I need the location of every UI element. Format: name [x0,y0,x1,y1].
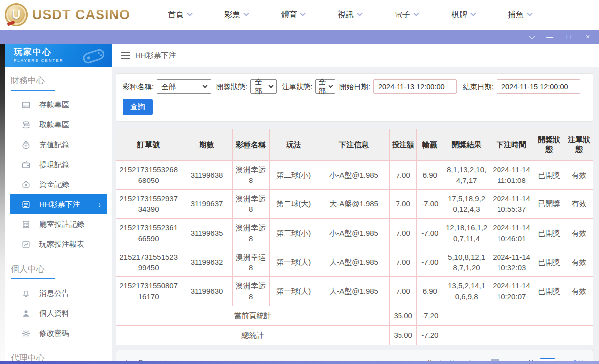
lottery-name-label: 彩種名稱: [123,82,154,91]
table-cell: 31199630 [181,277,232,306]
column-header: 注單狀態 [565,129,593,161]
table-row: 215217315508071617031199630澳洲幸运8第一球(大)大-… [116,277,593,306]
table-cell: 第一球(大) [269,277,318,306]
table-cell: 2024-11-14 10:46:01 [490,219,533,248]
table-cell: 7.00 [389,248,417,277]
report-chart-icon [21,240,31,249]
sidebar-item-recharge-record[interactable]: 充值記錄 [10,135,107,155]
order-status-label: 注單狀態: [282,82,312,91]
table-cell: 大-A盤@1.985 [318,189,390,219]
table-cell: 7.00 [389,189,417,219]
table-cell: 31199637 [181,189,232,219]
order-status-select[interactable]: 全部 [315,79,335,94]
table-cell: 大-A盤@1.985 [318,248,390,277]
table-header-row: 訂單號期數彩種名稱玩法下注信息投注額輸贏開獎結果下注時間開獎狀態注單狀態 [116,129,593,161]
start-date-input[interactable] [373,79,457,94]
section-finance-title: 財務中心 [11,75,106,91]
end-date-input[interactable] [497,79,580,94]
section-agent-title: 代理中心 [11,352,106,361]
nav-item-fishing[interactable]: 捕魚 [492,0,548,30]
table-cell: 2024-11-14 10:32:03 [490,248,533,277]
chevron-down-icon [470,11,476,16]
column-header: 期數 [181,129,232,161]
sidebar-item-announcements[interactable]: 消息公告 [10,283,107,303]
summary-cell: -7.20 [417,325,443,345]
window-close-icon[interactable]: × [584,33,591,40]
end-date-label: 結束日期: [463,82,494,91]
sidebar-item-funds-record[interactable]: 資金記錄 [10,175,107,194]
sidebar-item-player-report[interactable]: 玩家投注報表 [10,234,107,254]
summary-cell: 總統計 [116,325,390,345]
window-minimize-icon[interactable]: — [546,33,553,40]
column-header: 開獎結果 [443,129,490,161]
table-cell: 2152173155293734390 [116,189,181,219]
draw-status-label: 開獎狀態: [216,82,247,91]
players-center-header: 玩家中心 PLAYERS CENTER [5,44,112,67]
page-title: HH彩票下注 [135,51,176,60]
table-cell: 5,10,8,12,18,7,1,20 [443,248,490,277]
chevron-down-icon [268,83,273,88]
table-cell: 31199638 [181,161,232,190]
sidebar-item-withdraw-record[interactable]: 提現記錄 [10,155,107,175]
table-cell: 澳洲幸运8 [232,248,269,277]
table-row: 215217315532686805031199638澳洲幸运8第二球(小)小-… [116,161,593,190]
table-cell: 第二球(小) [269,161,318,190]
logo[interactable]: U USDT CASINO [0,3,130,26]
table-row: 215217315515239945031199632澳洲幸运8第一球(大)大-… [116,248,593,277]
table-cell: 13,5,2,14,10,6,9,8 [443,277,490,306]
sidebar-item-change-password[interactable]: 修改密碼 [10,323,107,343]
lottery-name-select[interactable]: 全部 [157,79,211,94]
gamepad-icon [79,46,108,66]
table-cell: 已開獎 [533,161,565,190]
nav-item-home[interactable]: 首頁 [151,0,208,30]
window-dropdown-icon[interactable] [529,33,535,39]
nav-item-lottery[interactable]: 彩票 [208,0,265,30]
chevron-down-icon [187,11,192,16]
table-cell: 31199632 [181,248,232,277]
query-button[interactable]: 查詢 [123,99,153,115]
filter-panel: 彩種名稱: 全部 開獎狀態: 全部 注單狀態: 全部 開始日期: 結束日期: 查… [116,73,593,122]
column-header: 玩法 [269,129,318,161]
chevron-right-icon: › [98,200,101,209]
sidebar-item-room-bet-record[interactable]: 廳室投註記錄 [10,214,107,234]
content-area: 彩種名稱: 全部 開獎狀態: 全部 注單狀態: 全部 開始日期: 結束日期: 查… [112,67,599,361]
column-header: 訂單號 [116,129,181,161]
window-titlebar: — □ × [0,30,599,44]
table-cell: 已開獎 [533,277,565,306]
sidebar-item-profile[interactable]: 個人資料 [10,303,107,323]
bets-table: 訂單號期數彩種名稱玩法下注信息投注額輸贏開獎結果下注時間開獎狀態注單狀態 215… [116,129,593,345]
nav-item-slots[interactable]: 電子 [378,0,435,30]
app-window: U USDT CASINO 首頁 彩票 體育 視訊 電子 棋牌 捕魚 — □ ×… [0,0,599,364]
table-cell: 8,1,13,2,10,4,7,17 [443,161,490,190]
main-menu: 首頁 彩票 體育 視訊 電子 棋牌 捕魚 [151,0,548,30]
table-cell: -7.00 [417,189,443,219]
nav-item-sports[interactable]: 體育 [265,0,321,30]
sidebar-item-hh-lottery-bets[interactable]: HH彩票下注› [10,194,107,214]
sidebar: 玩家中心 PLAYERS CENTER 財務中心 存款專區 取款專區 充值記錄 … [5,44,112,361]
column-header: 下注信息 [318,129,390,161]
table-cell: 7.00 [389,277,417,306]
table-cell: 已開獎 [533,219,565,248]
table-cell: 7.00 [389,161,417,190]
column-header: 開獎狀態 [533,129,565,161]
column-header: 下注時間 [490,129,533,161]
draw-status-select[interactable]: 全部 [250,79,277,94]
table-cell: 6.90 [417,161,443,190]
summary-cell: 當前頁統計 [116,306,390,325]
table-cell: 7.00 [389,219,417,248]
sidebar-item-deposit[interactable]: 存款專區 [10,95,107,115]
window-maximize-icon[interactable]: □ [565,33,572,40]
table-cell: 6.90 [417,277,443,306]
table-cell: 已開獎 [533,189,565,219]
column-header: 投注額 [389,129,417,161]
sidebar-item-withdraw[interactable]: 取款專區 [10,115,107,135]
menu-toggle-icon[interactable] [121,52,130,59]
table-cell: 大-A盤@1.985 [318,277,390,306]
summary-cell [443,325,593,345]
nav-item-boardgames[interactable]: 棋牌 [435,0,492,30]
nav-item-live[interactable]: 視訊 [321,0,378,30]
moneybag-icon [21,140,31,150]
person-icon [21,309,31,318]
table-cell: -7.00 [417,248,443,277]
bet-list-icon [21,200,31,209]
